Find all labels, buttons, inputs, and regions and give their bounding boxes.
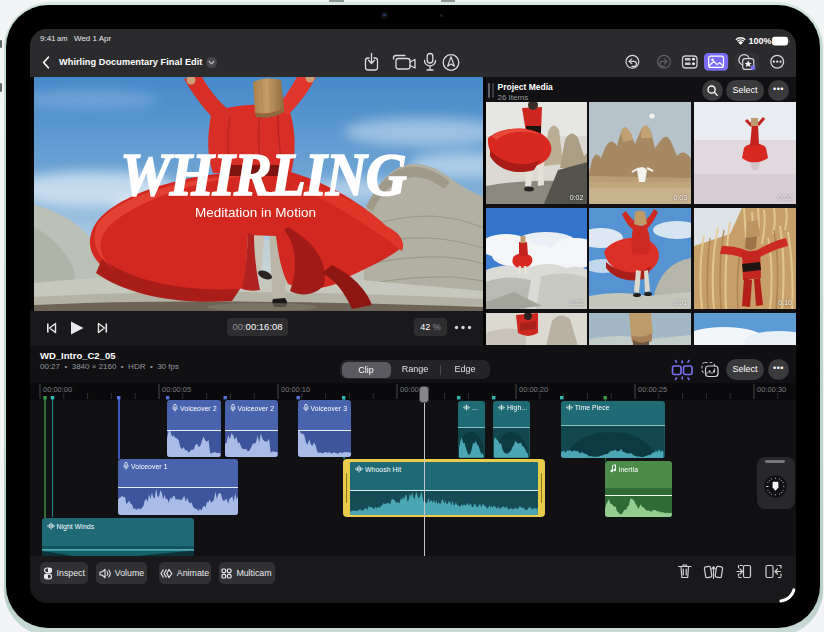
svg-text:00:00:00: 00:00:00 (43, 385, 72, 394)
svg-text:00:00:20: 00:00:20 (519, 385, 548, 394)
svg-text:00:00:30: 00:00:30 (757, 385, 786, 394)
svg-text:00:00:05: 00:00:05 (162, 385, 191, 394)
svg-text:00:00:25: 00:00:25 (638, 385, 667, 394)
svg-text:00:00:10: 00:00:10 (281, 385, 310, 394)
svg-text:100%: 100% (749, 36, 772, 46)
